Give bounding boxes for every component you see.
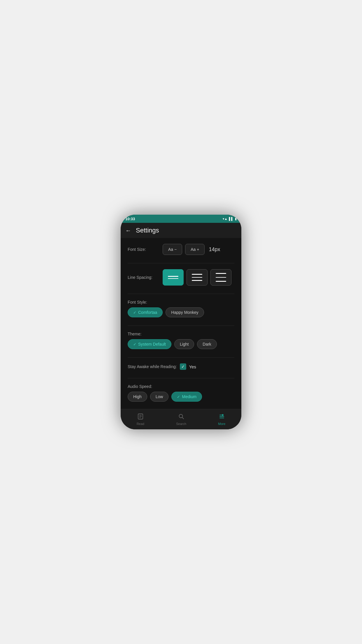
stay-awake-controls: ✓ Yes bbox=[180, 363, 196, 370]
battery-icon: ▮ bbox=[235, 217, 237, 221]
audio-speed-medium-label: Medium bbox=[182, 394, 196, 399]
theme-light-button[interactable]: Light bbox=[174, 339, 194, 349]
main-content: Font Size: Aa − Aa + 14px Line Spacing: bbox=[121, 238, 241, 409]
read-icon bbox=[137, 413, 144, 421]
divider-5 bbox=[128, 378, 234, 378]
spacing-line bbox=[192, 274, 202, 275]
status-icons: ▾▲ ▌▌ ▮ bbox=[223, 217, 237, 221]
nav-item-read[interactable]: Read bbox=[131, 411, 150, 428]
top-bar: ← Settings bbox=[121, 223, 241, 238]
phone-frame: 10:33 ▾▲ ▌▌ ▮ ← Settings Font Size: Aa −… bbox=[121, 215, 241, 429]
font-increase-button[interactable]: Aa + bbox=[185, 244, 205, 255]
spacing-wide-button[interactable] bbox=[210, 269, 231, 286]
bottom-nav: Read Search More bbox=[121, 409, 241, 429]
font-size-label: Font Size: bbox=[128, 247, 160, 252]
spacing-line bbox=[216, 281, 226, 282]
font-style-happymonkey-label: Happy Monkey bbox=[171, 310, 198, 315]
theme-label: Theme: bbox=[128, 332, 160, 336]
divider-2 bbox=[128, 294, 234, 294]
audio-speed-label: Audio Speed: bbox=[128, 384, 160, 389]
nav-item-more[interactable]: More bbox=[212, 411, 231, 428]
search-icon bbox=[178, 413, 184, 421]
more-icon bbox=[219, 413, 225, 421]
divider-1 bbox=[128, 263, 234, 263]
theme-dark-button[interactable]: Dark bbox=[197, 339, 217, 349]
audio-speed-row: Audio Speed: High Low ✓ Medium bbox=[128, 384, 234, 402]
audio-speed-high-label: High bbox=[133, 394, 142, 399]
wifi-icon: ▾▲ bbox=[223, 217, 228, 221]
nav-read-label: Read bbox=[137, 422, 144, 426]
audio-speed-controls: High Low ✓ Medium bbox=[128, 392, 202, 402]
audio-speed-low-label: Low bbox=[156, 394, 163, 399]
spacing-line bbox=[192, 277, 202, 278]
spacing-compact-button[interactable] bbox=[163, 269, 184, 286]
stay-awake-value: Yes bbox=[189, 364, 196, 369]
font-style-happymonkey-button[interactable]: Happy Monkey bbox=[166, 307, 204, 317]
spacing-line bbox=[216, 277, 226, 278]
font-increase-label: Aa + bbox=[191, 247, 199, 252]
font-style-row: Font Style: ✓ Comfortaa Happy Monkey bbox=[128, 300, 234, 317]
divider-3 bbox=[128, 326, 234, 326]
back-button[interactable]: ← bbox=[125, 227, 131, 234]
status-bar: 10:33 ▾▲ ▌▌ ▮ bbox=[121, 215, 241, 223]
spacing-normal-button[interactable] bbox=[187, 269, 208, 286]
font-size-controls: Aa − Aa + 14px bbox=[163, 244, 220, 255]
theme-systemdefault-button[interactable]: ✓ System Default bbox=[128, 339, 171, 349]
svg-line-5 bbox=[182, 417, 184, 419]
spacing-line bbox=[192, 280, 202, 281]
line-spacing-row: Line Spacing: bbox=[128, 269, 234, 286]
theme-controls: ✓ System Default Light Dark bbox=[128, 339, 217, 349]
nav-search-label: Search bbox=[176, 422, 186, 426]
check-icon: ✓ bbox=[133, 342, 136, 346]
font-decrease-button[interactable]: Aa − bbox=[163, 244, 182, 255]
audio-speed-low-button[interactable]: Low bbox=[150, 392, 169, 402]
theme-dark-label: Dark bbox=[203, 342, 211, 346]
theme-systemdefault-label: System Default bbox=[138, 342, 166, 346]
signal-icon: ▌▌ bbox=[229, 217, 233, 220]
spacing-line bbox=[168, 278, 178, 279]
svg-point-9 bbox=[222, 414, 224, 416]
stay-awake-row: Stay Awake while Reading: ✓ Yes bbox=[128, 363, 234, 370]
line-spacing-controls bbox=[163, 269, 231, 286]
spacing-line bbox=[168, 276, 178, 277]
font-decrease-label: Aa − bbox=[168, 247, 177, 252]
audio-speed-medium-button[interactable]: ✓ Medium bbox=[171, 392, 202, 402]
spacing-line bbox=[216, 273, 226, 274]
nav-item-search[interactable]: Search bbox=[170, 411, 192, 428]
theme-light-label: Light bbox=[180, 342, 189, 346]
page-title: Settings bbox=[136, 227, 159, 234]
nav-more-label: More bbox=[218, 422, 225, 426]
check-icon: ✓ bbox=[133, 310, 136, 315]
font-style-controls: ✓ Comfortaa Happy Monkey bbox=[128, 307, 204, 317]
stay-awake-label: Stay Awake while Reading: bbox=[128, 364, 177, 369]
font-style-label: Font Style: bbox=[128, 300, 160, 304]
status-time: 10:33 bbox=[125, 217, 135, 221]
divider-4 bbox=[128, 357, 234, 358]
audio-speed-high-button[interactable]: High bbox=[128, 392, 147, 402]
check-icon: ✓ bbox=[177, 395, 180, 399]
font-size-value: 14px bbox=[209, 246, 220, 253]
font-style-comfortaa-button[interactable]: ✓ Comfortaa bbox=[128, 307, 163, 317]
theme-row: Theme: ✓ System Default Light Dark bbox=[128, 332, 234, 349]
line-spacing-label: Line Spacing: bbox=[128, 275, 160, 280]
checkmark-icon: ✓ bbox=[181, 364, 185, 369]
font-size-row: Font Size: Aa − Aa + 14px bbox=[128, 244, 234, 255]
font-style-comfortaa-label: Comfortaa bbox=[138, 310, 157, 315]
stay-awake-checkbox[interactable]: ✓ bbox=[180, 363, 186, 370]
